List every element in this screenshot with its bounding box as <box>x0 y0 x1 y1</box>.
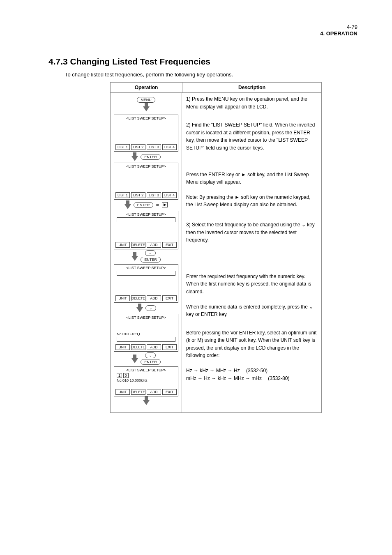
card3-title: <LIST SWEEP SETUP> <box>114 212 178 216</box>
down-arrow-icon <box>131 152 138 161</box>
softkey-add: ADD <box>147 389 161 395</box>
manual-page: 4-79 4. OPERATION 4.7.3 Changing Listed … <box>0 0 392 555</box>
down-arrow-icon <box>136 304 143 312</box>
procedure-table: Operation Description MENU <LIST SWEEP S… <box>110 82 322 413</box>
chapter-title: 4. OPERATION <box>320 30 357 37</box>
table-header-description: Description <box>182 83 321 92</box>
card2-title: <LIST SWEEP SETUP> <box>114 164 178 168</box>
list-card-4: <LIST SWEEP SETUP> UNIT DELETE ADD EXIT <box>114 264 178 303</box>
softkey-delete: DELETE <box>131 295 145 301</box>
softkey-exit: EXIT <box>162 344 177 350</box>
softkey-list3: LIST 3 <box>147 144 161 150</box>
softkey-list2: LIST 2 <box>131 192 145 198</box>
card6-title: <LIST SWEEP SETUP> <box>114 368 178 372</box>
menu-key-pill: MENU <box>137 97 155 103</box>
down-arrow-icon <box>125 200 131 209</box>
softkey-unit: UNIT <box>115 344 130 350</box>
list-row-highlight <box>117 271 175 276</box>
softkey-list4: LIST 4 <box>162 144 177 150</box>
down-key-pill: ⌄ <box>145 250 156 256</box>
menu-card-1: <LIST SWEEP SETUP> LIST 1 LIST 2 LIST 3 … <box>114 115 178 152</box>
or-label: or <box>156 203 159 207</box>
softkey-unit: UNIT <box>115 242 130 248</box>
softkey-unit: UNIT <box>115 389 130 395</box>
down-arrow-icon <box>131 252 138 261</box>
desc-note: Note: By pressing the ► soft key on the … <box>186 193 317 209</box>
softkey-add: ADD <box>147 344 161 350</box>
softkey-list2: LIST 2 <box>131 144 145 150</box>
enter-key-pill: ENTER <box>141 359 161 365</box>
softkey-list3: LIST 3 <box>147 192 161 198</box>
down-key-pill: ⌄ <box>145 305 156 311</box>
page-number: 4-79 <box>347 24 357 30</box>
down-arrow-icon <box>143 396 150 405</box>
desc-step-3b: Enter the required test frequency with t… <box>186 273 317 296</box>
desc-step-3c: When the numeric data is entered complet… <box>186 303 317 318</box>
down-arrow-icon <box>131 355 138 363</box>
list-card-3: <LIST SWEEP SETUP> UNIT DELETE ADD EXIT <box>114 211 178 249</box>
desc-unit: Before pressing the Vor ENTER key, selec… <box>186 329 317 359</box>
softkey-delete: DELETE <box>131 344 145 350</box>
enter-key-pill: ENTER <box>141 154 161 160</box>
down-arrow-icon <box>143 103 150 111</box>
right-soft-key: ▶ <box>162 202 168 207</box>
section-desc: To change listed test frequencies, perfo… <box>65 71 233 78</box>
card1-title: <LIST SWEEP SETUP> <box>114 116 178 120</box>
list-card-5: <LIST SWEEP SETUP> No.010 FREQ UNIT DELE… <box>114 314 178 352</box>
softkey-list4: LIST 4 <box>162 192 177 198</box>
desc-step-1: 1) Press the MENU key on the operation p… <box>186 95 317 111</box>
card6-keyentry: 1 0 <box>114 372 178 378</box>
softkey-delete: DELETE <box>131 242 145 248</box>
card4-title: <LIST SWEEP SETUP> <box>114 266 178 270</box>
card5-row: No.010 FREQ <box>114 332 178 336</box>
softkey-unit: UNIT <box>115 295 130 301</box>
softkey-exit: EXIT <box>162 389 177 395</box>
softkey-list1: LIST 1 <box>115 192 130 198</box>
description-column: 1) Press the MENU key on the operation p… <box>182 93 321 412</box>
table-header-operation: Operation <box>111 83 182 92</box>
enter-key-pill: ENTER <box>134 202 154 208</box>
list-row-highlight <box>117 217 175 222</box>
enter-key-pill: ENTER <box>141 257 161 263</box>
softkey-list1: LIST 1 <box>115 144 130 150</box>
desc-step-3: 3) Select the test frequency to be chang… <box>186 221 317 244</box>
table-header-row: Operation Description <box>111 83 321 93</box>
softkey-exit: EXIT <box>162 242 177 248</box>
card5-title: <LIST SWEEP SETUP> <box>114 315 178 320</box>
menu-card-2: <LIST SWEEP SETUP> LIST 1 LIST 2 LIST 3 … <box>114 163 178 200</box>
list-card-6: <LIST SWEEP SETUP> 1 0 No.010 10.000kHz … <box>114 366 178 396</box>
unit-seq-1: Hz → kHz → MHz → Hz (3532-50) <box>186 367 317 375</box>
unit-seq-2: mHz → Hz → kHz → MHz → mHz (3532-80) <box>186 375 317 382</box>
softkey-add: ADD <box>147 242 161 248</box>
desc-step-2: 2) Find the "LIST SWEEP SETUP" field. Wh… <box>186 121 317 152</box>
desc-step-2b: Press the ENTER key or ► soft key, and t… <box>186 171 317 186</box>
list-row-highlight <box>117 337 175 342</box>
softkey-exit: EXIT <box>162 295 177 301</box>
card6-row: No.010 10.000kHz <box>114 378 178 383</box>
down-key-pill: ⌄ <box>145 352 156 358</box>
softkey-add: ADD <box>147 295 161 301</box>
softkey-delete: DELETE <box>131 389 145 395</box>
operation-column: MENU <LIST SWEEP SETUP> LIST 1 LIST 2 LI… <box>111 93 182 412</box>
section-title: 4.7.3 Changing Listed Test Frequencies <box>48 57 210 67</box>
